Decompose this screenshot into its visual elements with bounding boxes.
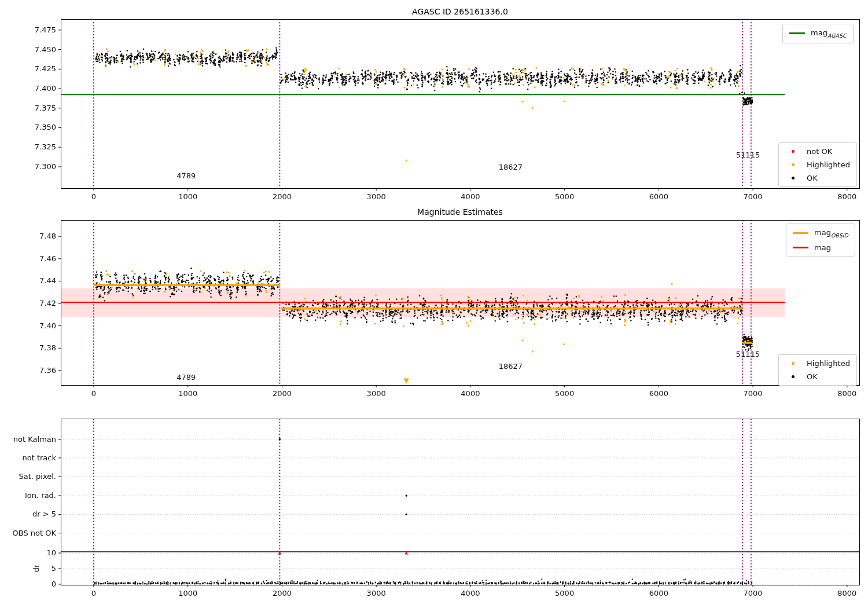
legend-line-swatch <box>793 232 808 234</box>
y-tick-label: 7.36 <box>0 366 56 375</box>
x-tick-label: 1000 <box>168 389 208 398</box>
legend-dot-swatch <box>785 375 801 378</box>
y-tick-label: 7.375 <box>0 104 56 113</box>
x-tick-label: 8000 <box>827 589 867 598</box>
legend-entry: magAGASC <box>789 28 847 39</box>
x-tick-label: 1000 <box>168 192 208 202</box>
y-tick-label: not Kalman <box>0 435 56 444</box>
x-tick-label: 0 <box>73 192 114 202</box>
x-tick-label: 2000 <box>262 589 302 598</box>
legend-entry: magOBSID <box>793 228 848 239</box>
legend-line-swatch <box>789 32 805 34</box>
y-tick-label: 7.350 <box>0 123 56 132</box>
x-tick-label: 7000 <box>733 589 773 598</box>
legend-label: magAGASC <box>811 28 847 39</box>
y-tick-label: dr > 5 <box>0 510 56 519</box>
y-tick-label: 7.425 <box>0 64 56 74</box>
legend-label: OK <box>807 372 818 381</box>
legend-dot-swatch <box>785 177 801 180</box>
x-tick-label: 5000 <box>545 192 585 202</box>
x-tick-label: 5000 <box>545 389 585 398</box>
y-tick-label: 7.44 <box>0 276 56 285</box>
legend-entry: OK <box>785 372 850 381</box>
y-tick-label: 5 <box>0 564 56 573</box>
x-tick-label: 0 <box>73 389 114 398</box>
legend-chart0-0: magAGASC <box>782 24 854 43</box>
y-tick-label: not track <box>0 453 56 463</box>
x-tick-label: 2000 <box>262 192 302 202</box>
x-tick-label: 6000 <box>638 589 679 598</box>
obsid-annotation: 18627 <box>499 163 523 171</box>
x-tick-label: 3000 <box>356 192 396 202</box>
legend-entry: not OK <box>785 147 850 156</box>
x-tick-label: 8000 <box>827 192 867 202</box>
y-tick-label: 7.42 <box>0 299 56 308</box>
x-tick-label: 4000 <box>450 589 491 598</box>
top-chart-title: AGASC ID 265161336.0 <box>61 7 859 16</box>
x-tick-label: 8000 <box>827 389 867 398</box>
x-tick-label: 4000 <box>450 192 491 202</box>
x-tick-label: 7000 <box>733 389 773 398</box>
x-tick-label: 6000 <box>638 389 679 398</box>
x-tick-label: 7000 <box>733 192 773 202</box>
legend-label: magOBSID <box>814 228 848 239</box>
x-tick-label: 4000 <box>450 389 491 398</box>
y-tick-label: OBS not OK <box>0 529 56 538</box>
y-tick-label: 7.400 <box>0 84 56 93</box>
obsid-annotation: 4789 <box>176 171 196 180</box>
legend-entry: mag <box>793 243 848 252</box>
y-tick-label: 7.475 <box>0 25 56 35</box>
y-tick-label: 0 <box>0 580 56 589</box>
x-tick-label: 1000 <box>168 589 208 598</box>
y-tick-label: 7.450 <box>0 45 56 54</box>
y-tick-label: 7.38 <box>0 343 56 353</box>
x-tick-label: 0 <box>73 589 114 598</box>
obsid-annotation: 51115 <box>736 151 760 159</box>
y-tick-label: 7.300 <box>0 162 56 171</box>
dr-axis-label: dr <box>32 560 41 577</box>
x-tick-label: 3000 <box>356 589 396 598</box>
y-tick-label: Ion. rad. <box>0 491 56 500</box>
legend-label: Highlighted <box>807 160 850 169</box>
agasc-magnitude-figure: AGASC ID 265161336.0 Magnitude Estimates… <box>0 0 868 608</box>
obsid-annotation: 18627 <box>499 362 523 371</box>
legend-entry: OK <box>785 174 850 182</box>
figure-canvas <box>0 0 868 608</box>
legend-label: OK <box>807 174 818 182</box>
legend-dot-swatch <box>785 150 801 153</box>
y-tick-label: 7.40 <box>0 321 56 331</box>
legend-chart1-0: magOBSIDmag <box>786 224 855 257</box>
legend-chart0-1: not OKHighlightedOK <box>778 142 857 187</box>
legend-label: Highlighted <box>807 359 850 368</box>
y-tick-label: 10 <box>0 548 56 558</box>
y-tick-label: 7.48 <box>0 232 56 241</box>
legend-dot-swatch <box>785 163 801 166</box>
legend-label: mag <box>814 243 831 252</box>
legend-dot-swatch <box>785 362 801 365</box>
x-tick-label: 6000 <box>638 192 679 202</box>
middle-chart-title: Magnitude Estimates <box>61 207 859 217</box>
x-tick-label: 2000 <box>262 389 302 398</box>
y-tick-label: 7.325 <box>0 142 56 152</box>
legend-chart1-1: HighlightedOK <box>778 354 857 386</box>
obsid-annotation: 51115 <box>736 350 760 358</box>
legend-entry: Highlighted <box>785 359 850 368</box>
x-tick-label: 3000 <box>356 389 396 398</box>
legend-label: not OK <box>807 147 832 156</box>
y-tick-label: Sat. pixel. <box>0 472 56 481</box>
obsid-annotation: 4789 <box>176 373 196 382</box>
legend-entry: Highlighted <box>785 160 850 169</box>
x-tick-label: 5000 <box>545 589 585 598</box>
legend-line-swatch <box>793 247 808 248</box>
y-tick-label: 7.46 <box>0 254 56 263</box>
